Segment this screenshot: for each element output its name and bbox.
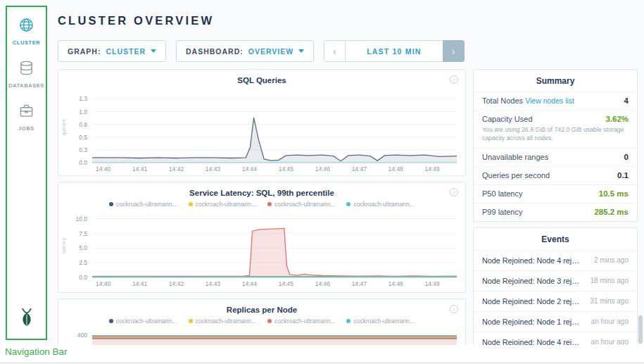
sidebar-label-jobs: JOBS bbox=[18, 125, 34, 132]
event-time: 18 mins ago bbox=[591, 277, 629, 284]
summary-row-total-nodes: Total Nodes View nodes list 4 bbox=[474, 92, 637, 110]
chevron-down-icon bbox=[151, 49, 156, 53]
summary-label: Total Nodes bbox=[482, 96, 523, 105]
legend-item: cockroach-ultramarin... bbox=[346, 317, 414, 325]
sidebar-item-databases[interactable]: DATABASES bbox=[8, 60, 44, 89]
chart-plot: 40014:4014:4114:4214:4314:4414:4514:4614… bbox=[58, 327, 465, 345]
legend-dot-icon bbox=[109, 319, 113, 323]
summary-row-queries-per-second: Queries per second 0.1 bbox=[474, 166, 637, 184]
svg-text:14:48: 14:48 bbox=[389, 280, 404, 287]
svg-text:14:41: 14:41 bbox=[132, 165, 148, 172]
sidebar-item-cluster[interactable]: CLUSTER bbox=[13, 17, 41, 46]
cockroachdb-logo bbox=[18, 308, 36, 330]
sidebar-item-jobs[interactable]: JOBS bbox=[18, 103, 34, 132]
event-text: Node Rejoined: Node 4 rej… bbox=[482, 256, 579, 265]
svg-text:5.0: 5.0 bbox=[79, 244, 87, 251]
dashboard-dropdown-label: DASHBOARD: bbox=[186, 47, 244, 56]
chart-card-replicas-per-node: Replicas per Node i cockroach-ultramarin… bbox=[58, 299, 466, 345]
svg-text:2.5: 2.5 bbox=[79, 259, 87, 266]
summary-value: 4 bbox=[624, 96, 629, 105]
chart-plot: 10.07.55.02.50.014:4014:4114:4214:4314:4… bbox=[58, 210, 465, 289]
charts-column: SQL Queries i 1.31.00.80.50.30.014:4014:… bbox=[58, 69, 466, 345]
chevron-down-icon bbox=[298, 49, 304, 53]
legend-dot-icon bbox=[109, 202, 113, 206]
chart-title: Replicas per Node bbox=[58, 299, 465, 314]
time-range-value[interactable]: LAST 10 MIN bbox=[346, 40, 442, 62]
time-range-prev-button[interactable]: ‹ bbox=[324, 40, 346, 62]
page-title: CLUSTER OVERVIEW bbox=[58, 14, 214, 27]
event-row: Node Rejoined: Node 4 rej… an hour ago bbox=[474, 332, 637, 345]
svg-text:0.3: 0.3 bbox=[79, 146, 87, 153]
legend-item: cockroach-ultramarin... bbox=[109, 317, 177, 325]
svg-text:7.5: 7.5 bbox=[79, 230, 87, 237]
legend-item: cockroach-ultramarin... bbox=[346, 200, 414, 208]
svg-text:14:42: 14:42 bbox=[169, 165, 184, 172]
legend-item: cockroach-ultramarin... bbox=[267, 317, 335, 325]
toolbar: GRAPH: CLUSTER DASHBOARD: OVERVIEW ‹ LAS… bbox=[58, 40, 465, 62]
capacity-subtext: You are using 26.8 GiB of 742.0 GiB usab… bbox=[482, 125, 629, 143]
svg-text:14:48: 14:48 bbox=[389, 165, 404, 172]
event-text: Node Rejoined: Node 3 rej… bbox=[482, 277, 579, 285]
info-icon[interactable]: i bbox=[450, 188, 458, 196]
svg-text:0.5: 0.5 bbox=[79, 134, 87, 141]
svg-text:14:45: 14:45 bbox=[279, 280, 294, 287]
time-range-next-button[interactable]: › bbox=[443, 40, 465, 62]
info-icon[interactable]: i bbox=[450, 75, 458, 84]
chart-card-service-latency: Service Latency: SQL, 99th percentile i … bbox=[58, 182, 466, 293]
chart-legend: cockroach-ultramarin...cockroach-ultrama… bbox=[58, 317, 465, 325]
chart-svg: 10.07.55.02.50.014:4014:4114:4214:4314:4… bbox=[58, 210, 465, 289]
chart-title: Service Latency: SQL, 99th percentile bbox=[58, 182, 465, 197]
legend-dot-icon bbox=[346, 319, 351, 323]
summary-row-p99-latency: P99 latency 285.2 ms bbox=[474, 203, 637, 221]
summary-value: 10.5 ms bbox=[599, 189, 629, 198]
summary-row-p50-latency: P50 latency 10.5 ms bbox=[474, 184, 637, 203]
summary-row-unavailable-ranges: Unavailable ranges 0 bbox=[474, 148, 637, 166]
svg-text:14:44: 14:44 bbox=[242, 280, 258, 287]
legend-dot-icon bbox=[189, 319, 193, 323]
time-range-selector: ‹ LAST 10 MIN › bbox=[324, 40, 464, 62]
legend-dot-icon bbox=[267, 202, 272, 206]
legend-item: cockroach-ultramarin... bbox=[189, 317, 256, 325]
view-nodes-list-link[interactable]: View nodes list bbox=[525, 96, 574, 105]
databases-icon bbox=[18, 60, 34, 79]
legend-dot-icon bbox=[189, 202, 193, 206]
svg-text:0.8: 0.8 bbox=[79, 121, 87, 128]
svg-text:1.3: 1.3 bbox=[79, 95, 87, 102]
event-text: Node Rejoined: Node 2 rej… bbox=[482, 297, 579, 306]
summary-label: Unavailable ranges bbox=[482, 153, 548, 161]
svg-text:14:49: 14:49 bbox=[425, 165, 441, 172]
legend-item: cockroach-ultramarin... bbox=[189, 200, 256, 208]
summary-label: Queries per second bbox=[482, 171, 550, 180]
svg-text:14:40: 14:40 bbox=[96, 165, 111, 172]
info-icon[interactable]: i bbox=[450, 305, 458, 313]
dashboard-dropdown[interactable]: DASHBOARD: OVERVIEW bbox=[176, 40, 314, 62]
chart-title: SQL Queries bbox=[58, 70, 465, 84]
svg-text:0.0: 0.0 bbox=[79, 159, 87, 166]
svg-text:latency: latency bbox=[61, 237, 67, 253]
vertical-scrollbar[interactable] bbox=[638, 315, 643, 344]
svg-text:14:47: 14:47 bbox=[352, 165, 367, 172]
summary-value: 0.1 bbox=[617, 171, 629, 180]
sidebar-label-cluster: CLUSTER bbox=[13, 39, 41, 46]
dashboard-dropdown-value: OVERVIEW bbox=[248, 47, 293, 56]
chart-svg: 40014:4014:4114:4214:4314:4414:4514:4614… bbox=[58, 327, 465, 345]
chart-plot: 1.31.00.80.50.30.014:4014:4114:4214:4314… bbox=[58, 88, 465, 174]
svg-text:1.0: 1.0 bbox=[79, 108, 87, 115]
event-row: Node Rejoined: Node 3 rej… 18 mins ago bbox=[474, 270, 637, 291]
summary-panel: Summary Total Nodes View nodes list 4 Ca… bbox=[473, 69, 638, 222]
svg-text:14:45: 14:45 bbox=[279, 165, 294, 172]
chart-legend: cockroach-ultramarin...cockroach-ultrama… bbox=[58, 200, 465, 208]
summary-value: 3.62% bbox=[605, 115, 629, 123]
event-text: Node Rejoined: Node 4 rej… bbox=[482, 338, 579, 345]
event-row: Node Rejoined: Node 1 rej… an hour ago bbox=[474, 311, 637, 332]
chart-svg: 1.31.00.80.50.30.014:4014:4114:4214:4314… bbox=[58, 88, 465, 174]
summary-label: Capacity Used bbox=[482, 115, 533, 123]
svg-text:0.0: 0.0 bbox=[79, 274, 87, 281]
event-time: an hour ago bbox=[591, 318, 629, 325]
admin-ui: CLUSTER DATABASES bbox=[0, 0, 644, 345]
graph-dropdown[interactable]: GRAPH: CLUSTER bbox=[58, 40, 166, 62]
cluster-globe-icon bbox=[18, 17, 34, 36]
event-text: Node Rejoined: Node 1 rej… bbox=[482, 318, 579, 326]
bottom-divider bbox=[0, 363, 644, 363]
summary-panel-title: Summary bbox=[474, 70, 637, 92]
